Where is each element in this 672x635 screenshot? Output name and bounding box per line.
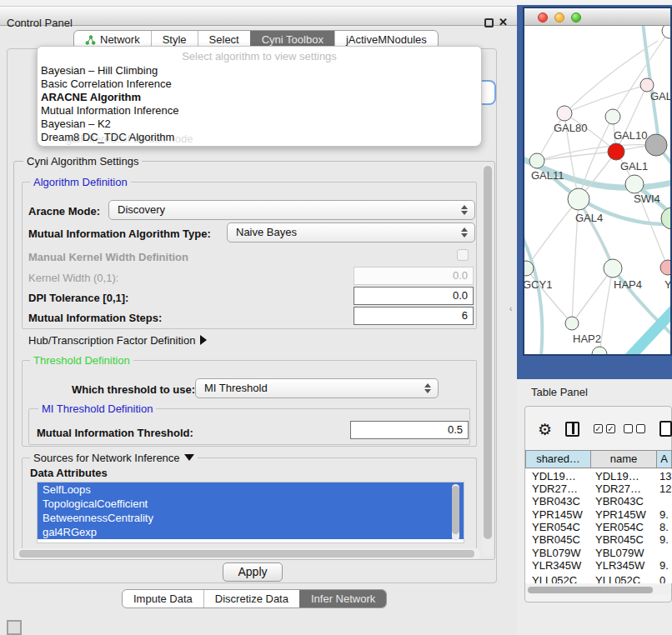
list-item-selected[interactable]: TopologicalCoefficient xyxy=(38,497,464,511)
mi-threshold-label: Mutual Information Threshold: xyxy=(37,427,193,439)
table-cell[interactable]: YLR345W xyxy=(532,559,590,572)
checked-checkbox-icon[interactable]: ✓ xyxy=(606,424,615,433)
network-node-gal10[interactable] xyxy=(605,109,620,124)
table-cell[interactable]: 9. xyxy=(659,508,672,521)
settings-horizontal-scrollbar[interactable] xyxy=(16,548,480,559)
table-cell[interactable]: 0 xyxy=(659,574,672,583)
table-cell[interactable]: YPR145W xyxy=(532,508,590,521)
network-node[interactable] xyxy=(645,134,667,156)
table-cell[interactable]: YDL19… xyxy=(595,470,654,482)
network-node-swi4[interactable] xyxy=(625,175,644,193)
table-cell[interactable]: YPR145W xyxy=(595,508,654,521)
table-cell[interactable]: 9. xyxy=(659,533,672,546)
menu-item[interactable]: Mutual Information Inference xyxy=(41,104,474,118)
table-horizontal-scrollbar[interactable] xyxy=(526,585,671,595)
table-cell[interactable]: 8. xyxy=(659,521,672,533)
spinner-arrows-icon xyxy=(424,382,431,394)
table-cell[interactable]: YDR27… xyxy=(532,482,590,495)
column-header-shared-name[interactable]: shared… xyxy=(525,450,591,468)
dpi-tolerance-label: DPI Tolerance [0,1]: xyxy=(28,292,128,304)
network-node-hap4[interactable] xyxy=(604,259,622,278)
table-cell[interactable]: YLR345W xyxy=(595,559,654,572)
table-cell[interactable]: 9. xyxy=(659,559,672,572)
network-node-hap2[interactable] xyxy=(565,317,579,330)
window-close-button[interactable] xyxy=(538,12,548,22)
network-node[interactable] xyxy=(592,347,607,354)
hub-definition-toggle[interactable]: Hub/Transcription Factor Definition xyxy=(28,334,207,347)
dropdown-placeholder: Select algorithm to view settings xyxy=(38,50,481,62)
mi-threshold-field[interactable]: 0.5 xyxy=(350,421,469,439)
menu-item-highlighted[interactable]: ARACNE Algorithm xyxy=(41,91,474,104)
mi-algorithm-type-combobox[interactable]: Naive Bayes xyxy=(227,222,475,242)
splitter-collapse-icon[interactable]: ‹ xyxy=(509,304,512,313)
document-icon[interactable] xyxy=(659,421,672,437)
table-cell[interactable]: 13 xyxy=(659,470,672,482)
menu-item[interactable]: Bayesian – K2 xyxy=(41,118,474,131)
window-minimize-button[interactable] xyxy=(554,12,564,22)
split-columns-icon[interactable] xyxy=(565,422,579,437)
table-cell[interactable]: 12 xyxy=(659,482,672,495)
menu-item[interactable]: Basic Correlation Inference xyxy=(41,78,474,91)
list-item-selected[interactable]: BetweennessCentrality xyxy=(38,511,464,525)
table-cell[interactable]: YER054C xyxy=(532,521,590,533)
settings-vscroll-thumb[interactable] xyxy=(484,166,492,539)
network-canvas[interactable]: GAL GAL80 GAL10 GAL1 GAL11 SWI4 GAL4 GCY… xyxy=(524,26,670,354)
table-cell[interactable]: YBL079W xyxy=(595,547,654,559)
network-node-gal4[interactable] xyxy=(568,188,589,210)
apply-button[interactable]: Apply xyxy=(223,562,283,582)
control-panel-titlebar: Control Panel ✕ xyxy=(0,7,517,26)
kernel-width-field[interactable]: 0.0 xyxy=(354,267,474,285)
list-item-selected[interactable]: gal4RGexp xyxy=(38,525,464,539)
column-header-partial[interactable]: A xyxy=(657,450,672,468)
table-hscroll-thumb[interactable] xyxy=(528,587,653,593)
tab-impute-data[interactable]: Impute Data xyxy=(123,590,203,608)
table-cell[interactable]: YLL052C xyxy=(532,574,590,583)
unchecked-checkbox-icon[interactable] xyxy=(624,424,633,433)
table-cell[interactable]: YBR043C xyxy=(532,495,590,508)
network-node[interactable] xyxy=(662,26,670,38)
gear-icon[interactable]: ⚙ xyxy=(538,420,552,439)
sources-group-toggle[interactable]: Sources for Network Inference xyxy=(30,452,198,464)
list-item-selected[interactable]: SelfLoops xyxy=(38,482,464,497)
menu-item[interactable]: Dream8 DC_TDC Algorithm xyxy=(41,131,474,144)
settings-hscroll-thumb[interactable] xyxy=(19,550,474,558)
tab-infer-network[interactable]: Infer Network xyxy=(299,590,386,608)
table-cell[interactable]: YLL052C xyxy=(595,574,654,583)
list-scrollbar-thumb[interactable] xyxy=(452,486,459,534)
unchecked-checkbox-icon[interactable] xyxy=(636,424,645,433)
column-header-name[interactable]: name xyxy=(591,450,657,468)
table-panel-title: Table Panel xyxy=(531,386,588,398)
node-label: HAP4 xyxy=(614,278,642,291)
aracne-mode-combobox[interactable]: Discovery xyxy=(108,200,475,220)
window-zoom-button[interactable] xyxy=(571,12,581,22)
table-cell[interactable]: YBR043C xyxy=(595,495,654,508)
table-cell[interactable]: YER054C xyxy=(595,521,654,533)
table-cell[interactable]: YBL079W xyxy=(532,547,590,559)
node-label: GAL xyxy=(650,90,670,102)
checked-checkbox-icon[interactable]: ✓ xyxy=(594,424,603,433)
menu-item[interactable]: Bayesian – Hill Climbing xyxy=(41,64,474,78)
which-threshold-combobox[interactable]: MI Threshold xyxy=(195,378,439,398)
dock-widget-icon[interactable] xyxy=(7,620,22,635)
float-panel-icon[interactable] xyxy=(484,18,494,28)
network-node-gal1[interactable] xyxy=(608,143,624,160)
panel-title: Control Panel xyxy=(7,17,73,29)
list-scrollbar[interactable] xyxy=(452,484,459,541)
combo-value: Discovery xyxy=(118,203,165,216)
network-node-gal80[interactable] xyxy=(557,106,572,121)
table-cell[interactable]: YDR27… xyxy=(595,482,654,495)
algorithm-combobox-fragment[interactable] xyxy=(482,80,496,105)
table-cell[interactable]: YBR045C xyxy=(532,533,590,546)
manual-kernel-checkbox[interactable] xyxy=(457,249,469,261)
tab-discretize-data[interactable]: Discretize Data xyxy=(203,590,299,608)
table-cell[interactable]: YDL19… xyxy=(532,470,590,482)
close-panel-icon[interactable]: ✕ xyxy=(499,16,508,28)
table-cell[interactable]: YBR045C xyxy=(595,533,654,546)
settings-vertical-scrollbar[interactable] xyxy=(483,163,493,557)
mi-steps-field[interactable]: 6 xyxy=(354,307,474,325)
network-node-gal11[interactable] xyxy=(529,153,544,168)
spinner-arrows-icon xyxy=(461,204,468,216)
dpi-tolerance-field[interactable]: 0.0 xyxy=(354,287,474,305)
table-body: YDL19… YDL19… 13 YDR27… YDR27… 12 YBR043… xyxy=(525,469,672,583)
network-node[interactable] xyxy=(660,260,670,275)
